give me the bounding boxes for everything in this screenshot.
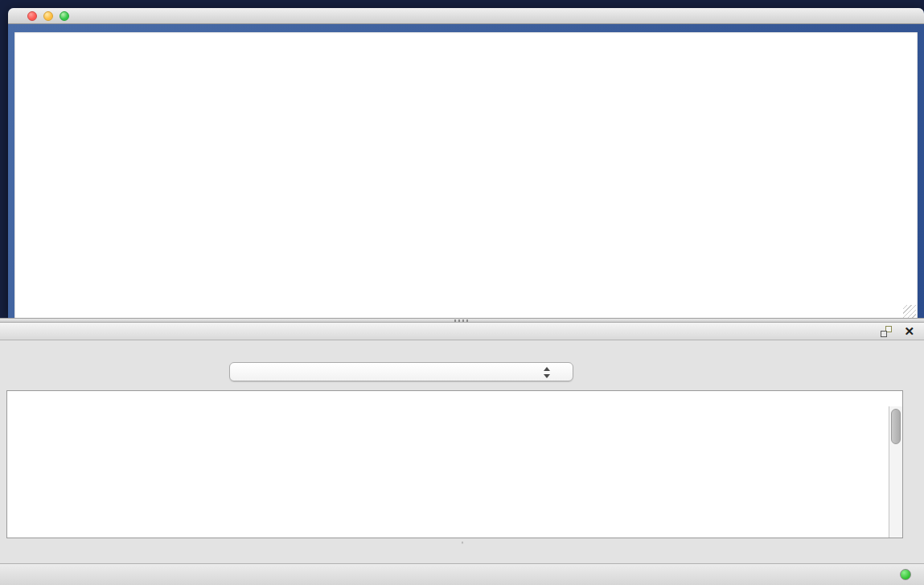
zoom-window-button[interactable] [60,11,69,21]
citation-network-graph[interactable] [14,32,918,319]
network-canvas[interactable] [14,32,918,319]
table-scrollbar[interactable] [889,406,902,538]
canvas-resize-grip[interactable] [903,305,916,318]
network-window[interactable] [8,8,924,318]
table-panel: ✕ [0,323,924,585]
dropdown-stepper-icon [543,366,550,379]
table-panel-header: ✕ [0,323,924,340]
split-pane-grip[interactable] [454,319,469,322]
float-panel-icon[interactable] [881,326,892,337]
attribute-table [6,390,903,538]
table-selector-dropdown[interactable] [229,362,573,381]
network-window-frame [8,24,924,318]
network-window-titlebar[interactable] [8,8,924,24]
close-window-button[interactable] [27,11,37,21]
close-panel-icon[interactable]: ✕ [904,324,914,339]
table-scrollbar-thumb[interactable] [891,409,901,444]
status-bar [0,563,924,585]
table-tabs-bar [0,542,924,543]
memory-status-icon[interactable] [900,569,911,580]
minimize-window-button[interactable] [43,11,53,21]
